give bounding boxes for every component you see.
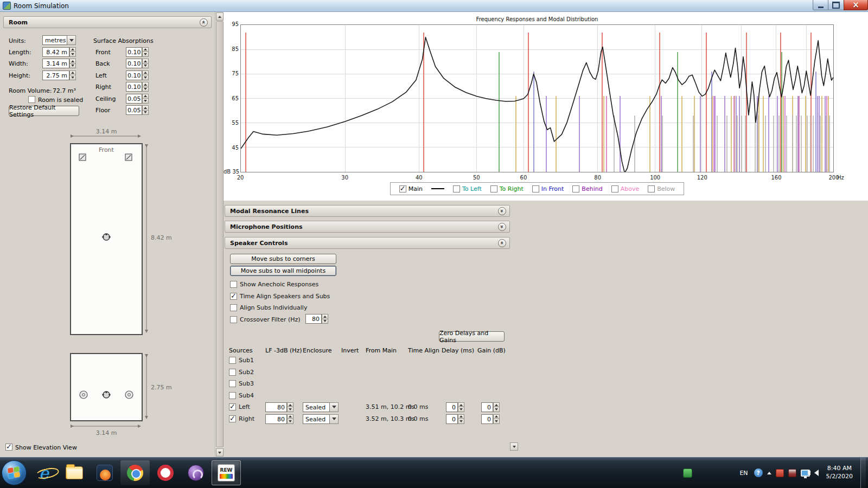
spin-up-button[interactable] [142, 47, 149, 53]
dim-spinner-2-value[interactable]: 2.75 m [42, 70, 69, 80]
minimize-button[interactable] [813, 0, 828, 10]
spin-down-button[interactable] [458, 407, 464, 412]
section-bar-modal-resonance-lines[interactable]: Modal Resonance Lines [225, 205, 510, 217]
controls-scroll-down-button[interactable] [510, 442, 518, 451]
units-select[interactable]: metres [42, 35, 76, 45]
spin-up-button[interactable] [142, 59, 149, 64]
section-bar-speaker-controls[interactable]: Speaker Controls [225, 237, 510, 249]
spin-down-button[interactable] [493, 407, 500, 412]
surface-spinner-3-value[interactable]: 0.10 [126, 82, 142, 92]
lf-spinner-left[interactable]: 80 [265, 402, 293, 412]
spin-up-button[interactable] [142, 94, 149, 99]
spin-up-button[interactable] [322, 314, 328, 319]
enclosure-select-left[interactable]: Sealed [303, 402, 339, 412]
room-sealed-checkbox[interactable] [28, 96, 35, 103]
dropdown-arrow-icon[interactable] [330, 414, 339, 424]
spin-up-button[interactable] [69, 59, 76, 64]
dropdown-arrow-icon[interactable] [67, 35, 76, 45]
delay-spinner-left[interactable]: 0 [446, 402, 464, 412]
delay-spinner-right-value[interactable]: 0 [446, 414, 458, 424]
spin-up-button[interactable] [458, 402, 464, 408]
spin-down-button[interactable] [458, 419, 464, 424]
surface-spinner-0-value[interactable]: 0.10 [126, 47, 142, 57]
expand-chevron-icon[interactable] [498, 207, 506, 215]
crossover-spinner-value[interactable]: 80 [305, 314, 322, 324]
spin-down-button[interactable] [322, 319, 328, 324]
taskbar-rew-button[interactable] [212, 460, 241, 485]
spin-up-button[interactable] [493, 414, 500, 420]
taskbar-chrome-button[interactable] [120, 460, 150, 485]
gain-spinner-left-value[interactable]: 0 [481, 402, 493, 412]
spin-up-button[interactable] [69, 70, 76, 76]
spin-down-button[interactable] [142, 87, 149, 92]
vertical-scrollbar[interactable] [215, 12, 224, 457]
surface-spinner-1[interactable]: 0.10 [126, 59, 149, 68]
zero-delays-gains-button[interactable]: Zero Delays and Gains [439, 331, 505, 342]
room-section-header[interactable]: Room [3, 16, 212, 28]
close-button[interactable] [844, 0, 868, 10]
spin-down-button[interactable] [287, 407, 293, 412]
source-checkbox-sub4[interactable] [229, 392, 236, 399]
spin-down-button[interactable] [142, 52, 149, 57]
dropdown-arrow-icon[interactable] [330, 402, 339, 412]
surface-spinner-2[interactable]: 0.10 [126, 70, 149, 80]
delay-spinner-right[interactable]: 0 [446, 414, 464, 424]
legend-checkbox-6[interactable] [648, 185, 655, 192]
taskbar-purple-app-button[interactable] [181, 460, 210, 485]
hidden-icons-arrow-icon[interactable] [767, 472, 771, 474]
spin-up-button[interactable] [287, 414, 293, 420]
scrollbar-thumb[interactable] [216, 21, 224, 447]
restore-defaults-button[interactable]: Restore Default Settings [9, 106, 79, 116]
taskbar-tray-app-icon[interactable] [683, 468, 692, 478]
surface-spinner-2-value[interactable]: 0.10 [126, 70, 142, 80]
source-checkbox-sub2[interactable] [229, 369, 236, 376]
dim-spinner-0[interactable]: 8.42 m [42, 47, 76, 57]
source-checkbox-sub1[interactable] [229, 357, 236, 364]
room-elevation-view[interactable] [71, 354, 142, 421]
move-subs-midpoints-button[interactable]: Move subs to wall midpoints [230, 266, 336, 276]
spin-down-button[interactable] [69, 64, 76, 69]
legend-checkbox-5[interactable] [611, 185, 618, 192]
legend-checkbox-4[interactable] [572, 185, 579, 192]
lf-spinner-right[interactable]: 80 [265, 414, 293, 424]
start-button[interactable] [2, 460, 27, 485]
maximize-button[interactable] [828, 0, 844, 10]
spin-up-button[interactable] [142, 105, 149, 111]
move-subs-corners-button[interactable]: Move subs to corners [230, 254, 336, 264]
source-checkbox-left[interactable] [229, 403, 236, 410]
spin-down-button[interactable] [69, 52, 76, 57]
option-checkbox-2[interactable] [230, 304, 237, 311]
clock[interactable]: 8:40 AM 5/2/2020 [823, 465, 856, 481]
section-bar-microphone-positions[interactable]: Microphone Positions [225, 221, 510, 233]
spin-up-button[interactable] [287, 402, 293, 408]
gain-spinner-right[interactable]: 0 [481, 414, 500, 424]
help-tray-icon[interactable] [754, 468, 763, 477]
tray-icon-a[interactable] [776, 469, 784, 477]
source-checkbox-right[interactable] [229, 415, 236, 422]
language-indicator[interactable]: EN [738, 468, 749, 478]
collapse-chevron-icon[interactable] [200, 18, 208, 27]
option-checkbox-1[interactable] [230, 293, 237, 300]
dim-spinner-1[interactable]: 3.14 m [42, 59, 76, 68]
source-checkbox-sub3[interactable] [229, 380, 236, 387]
lf-spinner-left-value[interactable]: 80 [265, 402, 287, 412]
spin-up-button[interactable] [69, 47, 76, 53]
option-checkbox-0[interactable] [230, 281, 237, 288]
surface-spinner-1-value[interactable]: 0.10 [126, 59, 142, 68]
legend-checkbox-0[interactable] [399, 185, 406, 192]
spin-down-button[interactable] [142, 99, 149, 104]
gain-spinner-left[interactable]: 0 [481, 402, 500, 412]
surface-spinner-4-value[interactable]: 0.05 [126, 94, 142, 104]
legend-checkbox-3[interactable] [532, 185, 539, 192]
spin-down-button[interactable] [142, 64, 149, 69]
surface-spinner-5[interactable]: 0.05 [126, 105, 149, 115]
show-elevation-checkbox[interactable] [5, 444, 12, 451]
spin-down-button[interactable] [142, 75, 149, 80]
spin-up-button[interactable] [458, 414, 464, 420]
spin-down-button[interactable] [142, 111, 149, 115]
collapse-chevron-icon[interactable] [498, 239, 506, 247]
taskbar-internet-explorer-button[interactable]: e [29, 460, 59, 485]
gain-spinner-right-value[interactable]: 0 [481, 414, 493, 424]
show-desktop-button[interactable] [860, 458, 866, 488]
spin-down-button[interactable] [493, 419, 500, 424]
